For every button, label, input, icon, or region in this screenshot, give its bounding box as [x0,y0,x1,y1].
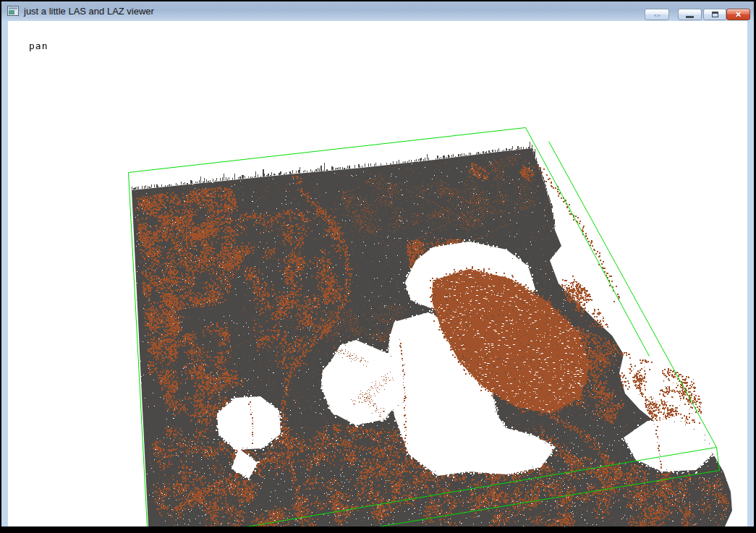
viewer-client-area: pan [8,21,747,526]
app-window: just a little LAS and LAZ viewer ⇔ ✕ pan [1,1,754,526]
close-icon: ✕ [735,11,742,19]
minimize-button[interactable] [678,9,702,20]
app-icon-titlebar [9,7,17,9]
minimize-icon [686,16,694,18]
maximize-button[interactable] [703,9,726,20]
layout-toggle-button[interactable]: ⇔ [645,9,669,20]
app-icon-screen [9,10,14,14]
close-button[interactable]: ✕ [726,9,750,20]
resize-arrows-icon: ⇔ [653,10,662,20]
mode-indicator: pan [29,40,48,51]
window-title: just a little LAS and LAZ viewer [24,6,154,17]
window-titlebar[interactable]: just a little LAS and LAZ viewer ⇔ ✕ [1,1,754,21]
maximize-icon [712,12,718,17]
app-icon [7,6,19,16]
viewer-canvas[interactable] [8,21,747,526]
